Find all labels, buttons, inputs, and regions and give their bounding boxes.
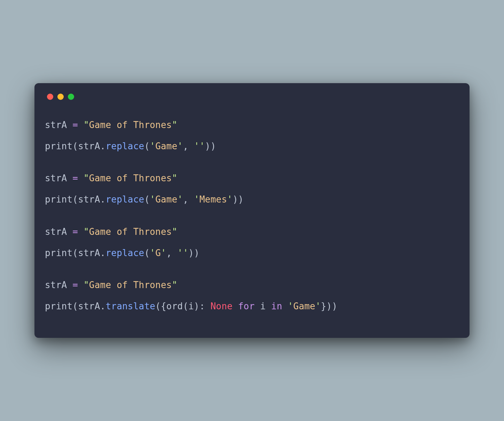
code-block: strA = "Game of Thrones"print(strA.repla…	[45, 114, 459, 157]
code-line: print(strA.replace('Game', 'Memes'))	[45, 189, 459, 210]
code-line: print(strA.replace('Game', ''))	[45, 136, 459, 157]
code-line: strA = "Game of Thrones"	[45, 168, 459, 189]
code-editor[interactable]: strA = "Game of Thrones"print(strA.repla…	[45, 114, 459, 317]
code-line: print(strA.replace('G', ''))	[45, 243, 459, 264]
code-line: print(strA.translate({ord(i): None for i…	[45, 296, 459, 317]
code-line: strA = "Game of Thrones"	[45, 221, 459, 243]
minimize-icon[interactable]	[57, 94, 64, 100]
window-controls	[47, 94, 459, 100]
terminal-window: strA = "Game of Thrones"print(strA.repla…	[34, 83, 470, 338]
maximize-icon[interactable]	[68, 94, 74, 100]
close-icon[interactable]	[47, 94, 53, 100]
code-block: strA = "Game of Thrones"print(strA.trans…	[45, 275, 459, 317]
code-line: strA = "Game of Thrones"	[45, 275, 459, 296]
code-block: strA = "Game of Thrones"print(strA.repla…	[45, 221, 459, 264]
code-line: strA = "Game of Thrones"	[45, 114, 459, 136]
code-block: strA = "Game of Thrones"print(strA.repla…	[45, 168, 459, 210]
